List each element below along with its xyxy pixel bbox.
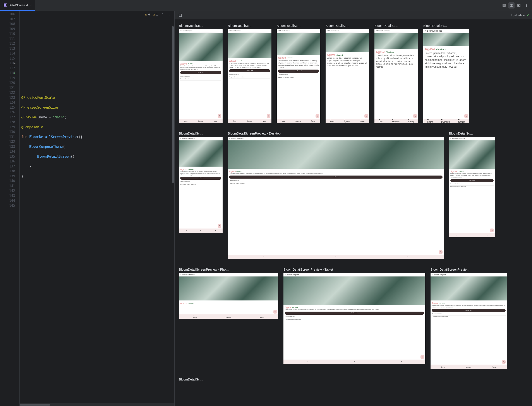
svg-rect-0	[503, 4, 505, 7]
prev-highlight-button[interactable]: ⌃	[160, 13, 164, 16]
preview-item[interactable]: BloomDetailSc…≡ BloomComposeAgave ✓In st…	[228, 24, 272, 123]
inspection-widget[interactable]: ⚠6 ⚠1 ⌃ ⌄	[145, 13, 171, 16]
preview-row: BloomDetailSc…	[179, 378, 528, 381]
preview-row: BloomDetailScreenPreview - Pho… ≡ BloomC…	[179, 268, 528, 369]
svg-point-9	[526, 6, 526, 7]
tab-bar: DetailScreen.kt ×	[0, 0, 532, 11]
preview-item[interactable]: BloomDetailSc…≡ BloomComposeAgave ✓In st…	[325, 24, 369, 123]
horizontal-scrollbar[interactable]	[20, 403, 174, 406]
editor-view-actions	[501, 2, 529, 8]
preview-canvas[interactable]: BloomDetailSc…≡ BloomComposeAgave ✓In st…	[175, 20, 532, 406]
svg-point-7	[526, 4, 526, 4]
warning-icon: ⚠	[145, 13, 148, 16]
kotlin-file-icon	[3, 3, 7, 7]
next-highlight-button[interactable]: ⌄	[167, 13, 171, 16]
code-view-button[interactable]	[501, 2, 507, 8]
weak-warning-icon: ⚠	[153, 13, 155, 16]
preview-status: Up-to-date ✔	[511, 14, 529, 17]
preview-item[interactable]: BloomDetailScreenPrevie… ≡ BloomCompose …	[430, 268, 507, 369]
code-editor[interactable]: 106107108109110111112113114115116⚙117118…	[0, 11, 174, 406]
code-area[interactable]: @PreviewFontScale @PreviewScreenSizes @P…	[20, 11, 174, 406]
file-tab[interactable]: DetailScreen.kt ×	[0, 0, 35, 11]
preview-item[interactable]: BloomDetailSc…≡ BloomComposeAgave ✓In st…	[179, 24, 222, 123]
preview-item[interactable]: BloomDetailSc… ≡ BloomCompose Agave ✓In …	[449, 132, 495, 237]
split-view-button[interactable]	[509, 2, 515, 8]
compose-preview-pane: Up-to-date ✔ BloomDetailSc…≡ BloomCompos…	[175, 11, 532, 406]
code-editor-pane: ⚠6 ⚠1 ⌃ ⌄ 106107108109110111112113114115…	[0, 11, 175, 406]
svg-point-8	[526, 5, 526, 6]
preview-item[interactable]: BloomDetailSc… ≡ BloomCompose Agave ✓In …	[179, 132, 222, 233]
vertical-scrollbar[interactable]	[171, 11, 174, 406]
preview-item[interactable]: BloomDetailSc…	[179, 378, 225, 381]
design-view-button[interactable]	[516, 2, 522, 8]
more-options-button[interactable]	[523, 2, 529, 8]
preview-item[interactable]: BloomDetailScreenPreview - Desktop ≡ Blo…	[228, 132, 444, 259]
close-tab-icon[interactable]: ×	[30, 3, 31, 7]
preview-item[interactable]: BloomDetailScreenPreview - Pho… ≡ BloomC…	[179, 268, 278, 319]
check-icon: ✔	[526, 14, 529, 17]
line-number-gutter: 106107108109110111112113114115116⚙117118…	[0, 11, 20, 406]
preview-row: BloomDetailSc… ≡ BloomCompose Agave ✓In …	[179, 132, 528, 259]
preview-item[interactable]: BloomDetailSc…≡ BloomComposeAgave ✓In st…	[423, 24, 469, 123]
svg-rect-10	[179, 14, 182, 17]
tab-title: DetailScreen.kt	[9, 3, 28, 7]
preview-toolbar: Up-to-date ✔	[175, 11, 532, 20]
preview-layout-button[interactable]	[178, 13, 183, 18]
preview-item[interactable]: BloomDetailScreenPreview - Tablet ≡ Bloo…	[283, 268, 425, 364]
preview-item[interactable]: BloomDetailSc…≡ BloomComposeAgave ✓In st…	[277, 24, 320, 123]
preview-item[interactable]: BloomDetailSc…≡ BloomComposeAgave ✓In st…	[374, 24, 418, 123]
